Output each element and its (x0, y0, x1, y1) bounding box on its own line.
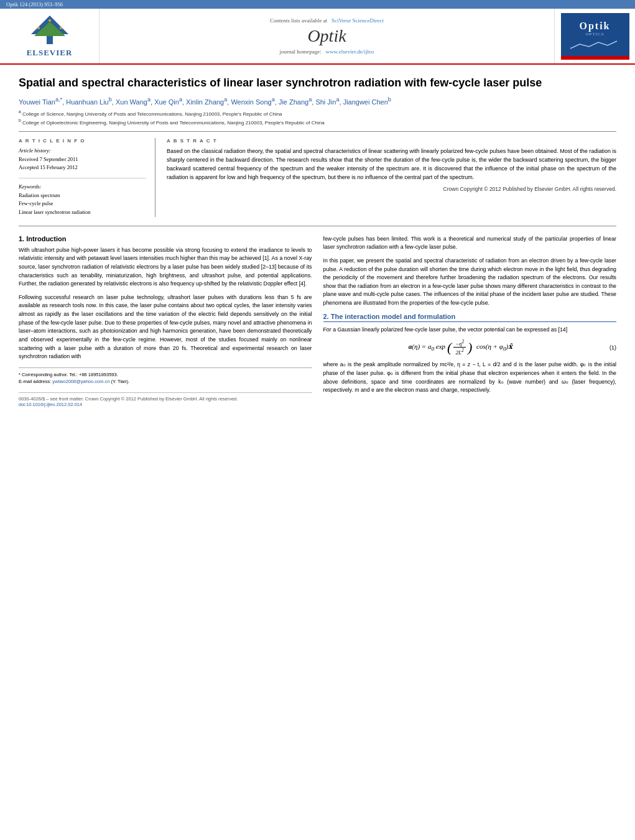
intro-right-para1: few-cycle pulses has been limited. This … (323, 235, 617, 252)
keywords-title: Keywords: (19, 183, 146, 190)
section2-desc-para: where a₀ is the peak amplitude normalize… (323, 361, 617, 395)
footnote-email-link[interactable]: ywtian2008@yahoo.com.cn (52, 379, 109, 384)
affiliation-b: b College of Optoelectronic Engineering,… (19, 118, 616, 126)
keyword-1: Radiation spectrum (19, 192, 146, 200)
formula-frac-den: 2L2 (453, 348, 465, 356)
formula-cos-part: cos(η + φ0)x̂ (476, 343, 512, 350)
intro-heading-text: 1. Introduction (19, 235, 66, 242)
footnote-corresponding: * Corresponding author. Tel.: +86 189518… (19, 371, 312, 378)
abstract-text: Based on the classical radiation theory,… (167, 147, 616, 182)
body-two-col: 1. Introduction With ultrashort pulse hi… (19, 235, 616, 411)
abstract-label: A B S T R A C T (167, 138, 616, 144)
formula-a-eta: a(η) = a0 exp (409, 343, 447, 350)
optik-graph-icon (567, 39, 623, 52)
received-date: Received 7 September 2011 (19, 155, 146, 164)
bottom-info: 0030-4026/$ – see front matter. Crown Co… (19, 392, 312, 410)
authors-line: Youwei Tiana,*, Huanhuan Liub, Xun Wanga… (19, 96, 616, 106)
article-history: Article history: Received 7 September 20… (19, 147, 146, 172)
affiliation-a: a College of Science, Nanjing University… (19, 109, 616, 117)
sciverse-prefix: Contents lists available at (270, 17, 327, 24)
main-content: Spatial and spectral characteristics of … (0, 65, 635, 423)
intro-para2: Following successful research on laser p… (19, 293, 312, 361)
homepage-link[interactable]: www.elsevier.de/ijleo (326, 48, 374, 55)
header-divider (19, 131, 616, 132)
svg-point-4 (60, 27, 62, 29)
doi-bottom-text: doi:10.1016/j.ijleo.2012.02.014 (19, 402, 312, 407)
formula-1-number: (1) (598, 344, 616, 351)
svg-point-3 (37, 27, 40, 29)
article-title: Spatial and spectral characteristics of … (19, 76, 616, 90)
formula-1-content: a(η) = a0 exp ( −η2 2L2 ) cos(η + φ0)x̂ (323, 339, 598, 356)
elsevier-logo: ELSEVIER (19, 14, 81, 58)
optik-logo-area: Optik OPTICS (554, 9, 635, 63)
formula-fraction: −η2 2L2 (453, 339, 466, 356)
svg-point-5 (49, 19, 51, 22)
keyword-2: Few-cycle pulse (19, 200, 146, 208)
info-abstract-row: A R T I C L E I N F O Article history: R… (19, 138, 616, 216)
sciverse-link[interactable]: SciVerse ScienceDirect (331, 17, 384, 24)
section2-heading-text: 2. The interaction model and formulation (323, 313, 456, 320)
sciverse-line: Contents lists available at SciVerse Sci… (270, 17, 384, 24)
journal-name-display: Optik (307, 26, 346, 46)
section2-para: For a Gaussian linearly polarized few-cy… (323, 326, 617, 335)
accepted-date: Accepted 15 February 2012 (19, 164, 146, 172)
page: Optik 124 (2013) 953–956 ELSEVIER (0, 0, 635, 840)
doi-bar-text: Optik 124 (2013) 953–956 (6, 1, 63, 7)
homepage-line: journal homepage: www.elsevier.de/ijleo (280, 48, 374, 55)
footnote-email-label: E-mail address: (19, 379, 51, 384)
optik-logo-subtitle: OPTICS (585, 32, 604, 37)
journal-header: ELSEVIER Contents lists available at Sci… (0, 9, 635, 65)
doi-bottom-link[interactable]: doi:10.1016/j.ijleo.2012.02.014 (19, 402, 82, 407)
intro-right-para2: In this paper, we present the spatial an… (323, 257, 617, 308)
homepage-prefix: journal homepage: (280, 48, 322, 55)
copyright-line: Crown Copyright © 2012 Published by Else… (167, 186, 616, 192)
keyword-3: Linear laser synchrotron radiation (19, 208, 146, 217)
body-divider (19, 226, 616, 226)
red-accent-bar (561, 56, 629, 60)
doi-bar: Optik 124 (2013) 953–956 (0, 0, 635, 9)
elsevier-text: ELSEVIER (19, 48, 81, 58)
body-right-col: few-cycle pulses has been limited. This … (323, 235, 617, 411)
footnote-area: * Corresponding author. Tel.: +86 189518… (19, 367, 312, 385)
article-info-col: A R T I C L E I N F O Article history: R… (19, 138, 155, 216)
formula-paren-close: ) (468, 339, 472, 355)
abstract-col: A B S T R A C T Based on the classical r… (167, 138, 616, 216)
formula-frac-num: −η2 (453, 339, 466, 348)
elsevier-logo-area: ELSEVIER (0, 9, 100, 63)
body-left-col: 1. Introduction With ultrashort pulse hi… (19, 235, 312, 411)
optik-logo-title: Optik (579, 21, 610, 32)
footnote-email: E-mail address: ywtian2008@yahoo.com.cn … (19, 378, 312, 385)
formula-1-line: a(η) = a0 exp ( −η2 2L2 ) cos(η + φ0)x̂ … (323, 339, 617, 356)
optik-logo-box: Optik OPTICS (561, 13, 629, 60)
intro-heading: 1. Introduction (19, 235, 312, 242)
history-title: Article history: (19, 147, 146, 154)
intro-para1: With ultrashort pulse high-power lasers … (19, 246, 312, 288)
section2-heading: 2. The interaction model and formulation (323, 313, 617, 322)
journal-center: Contents lists available at SciVerse Sci… (100, 9, 554, 63)
formula-paren-open: ( (447, 339, 452, 355)
info-inner-divider (19, 178, 146, 178)
article-info-label: A R T I C L E I N F O (19, 138, 146, 144)
elsevier-tree-icon (19, 14, 81, 45)
keywords-section: Keywords: Radiation spectrum Few-cycle p… (19, 183, 146, 217)
footnote-email-name: (Y. Tian). (111, 379, 129, 384)
issn-text: 0030-4026/$ – see front matter. Crown Co… (19, 396, 312, 402)
